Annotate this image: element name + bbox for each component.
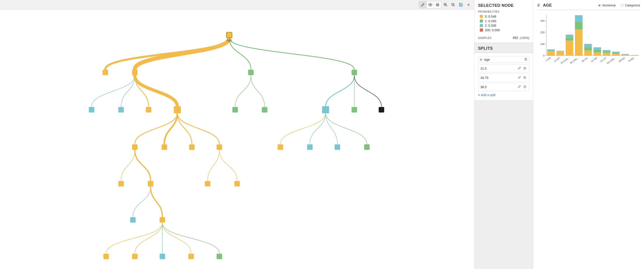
close-button[interactable] [465, 1, 472, 8]
tree-node[interactable] [232, 107, 238, 112]
bar-segment [547, 51, 555, 56]
bar-segment [631, 55, 638, 55]
tree-node[interactable] [217, 144, 222, 150]
svg-line-5 [446, 5, 447, 6]
tree-node[interactable] [188, 254, 194, 259]
tree-node[interactable] [278, 144, 283, 150]
tree-edge [354, 76, 382, 106]
tree-node[interactable] [148, 181, 153, 186]
tree-node[interactable] [118, 181, 124, 186]
add-split-button[interactable]: + Add a split [478, 93, 529, 97]
x-tick-label: 44.189 [590, 56, 598, 62]
tree-edge [229, 38, 354, 69]
tree-edge [177, 113, 192, 144]
radio-numerical[interactable]: Numerical [598, 4, 616, 7]
tree-node[interactable] [146, 107, 151, 112]
bar-segment [622, 54, 629, 54]
tree-edge [162, 223, 219, 253]
tree-node-label: Age [226, 38, 232, 42]
probability-row: 200: 0.006 [480, 28, 529, 32]
delete-split-button[interactable] [523, 85, 527, 89]
tree-node[interactable] [132, 70, 138, 75]
selected-node-title: SELECTED NODE [478, 3, 529, 8]
tree-node[interactable] [162, 144, 167, 150]
tree-node[interactable] [352, 107, 357, 112]
tree-edge [229, 38, 251, 69]
tree-node[interactable] [248, 70, 254, 75]
tree-node[interactable] [189, 144, 194, 150]
swatch-icon [480, 24, 483, 27]
tree-node[interactable] [130, 217, 136, 222]
edit-split-button[interactable] [518, 76, 522, 80]
zoom-out-button[interactable] [450, 1, 456, 8]
tree-node[interactable] [379, 107, 384, 112]
tree-canvas[interactable]: Age [0, 10, 474, 269]
split-value-row: 34.75 [478, 74, 529, 82]
bar-segment [556, 51, 564, 51]
probability-row: 3: 0.548 [480, 15, 529, 18]
radio-dot-icon [620, 4, 624, 7]
auto-mode-button[interactable] [434, 1, 441, 8]
x-tick-label: 36.231 [581, 56, 588, 62]
swatch-icon [480, 20, 483, 22]
bar-segment [622, 54, 629, 55]
tree-node[interactable] [234, 181, 240, 186]
tree-node[interactable] [132, 144, 138, 150]
probability-row: 2: 0.206 [480, 24, 529, 27]
tree-node[interactable] [217, 254, 222, 259]
tree-node[interactable] [307, 144, 312, 150]
tree-node[interactable] [132, 254, 138, 259]
split-feature-row: # Age [478, 56, 529, 63]
delete-split-button[interactable] [523, 66, 527, 70]
tree-node[interactable] [322, 106, 329, 113]
probability-text: 2: 0.206 [485, 24, 496, 27]
bar-segment [612, 53, 620, 54]
tree-node[interactable] [160, 254, 165, 259]
zoom-in-button[interactable] [442, 1, 449, 8]
tree-node[interactable] [335, 144, 340, 150]
toolbar [0, 0, 474, 10]
tree-node[interactable] [226, 32, 232, 38]
bar-segment [584, 47, 592, 50]
radio-categorical[interactable]: Categorical [620, 4, 640, 7]
probability-row: 1: 0.240 [480, 19, 529, 23]
tree-node[interactable] [352, 70, 357, 75]
edit-mode-button[interactable] [419, 1, 426, 8]
hash-icon: # [480, 58, 482, 62]
tree-node[interactable] [174, 106, 181, 113]
x-tick-label: 20.3149... [560, 57, 570, 65]
hash-icon: # [537, 3, 540, 8]
tree-node[interactable] [205, 181, 210, 186]
detail-filler [474, 100, 533, 269]
delete-feature-button[interactable] [524, 58, 527, 62]
view-mode-button[interactable] [426, 1, 434, 8]
tree-node[interactable] [103, 254, 109, 259]
split-feature-name: Age [484, 58, 490, 62]
tree-node[interactable] [262, 107, 267, 112]
bar-segment [566, 34, 574, 35]
bar-segment [594, 48, 601, 50]
split-value: 21.5 [480, 67, 516, 70]
tree-edge [121, 150, 135, 180]
probability-text: 3: 0.548 [485, 15, 496, 18]
y-tick-label: 200 [540, 31, 544, 34]
tree-node[interactable] [89, 107, 94, 112]
x-tick-label: 52.147 [600, 56, 607, 62]
delete-split-button[interactable] [523, 76, 527, 80]
tree-node[interactable] [103, 70, 108, 75]
tree-node[interactable] [118, 107, 124, 112]
bar-segment [622, 55, 629, 56]
edit-split-button[interactable] [518, 85, 522, 89]
bar-segment [603, 50, 610, 51]
tree-edge [310, 113, 326, 144]
chart-header: # AGE Numerical Categorical [537, 3, 640, 10]
svg-point-3 [437, 4, 438, 5]
tree-node[interactable] [364, 144, 370, 150]
save-button[interactable] [458, 1, 464, 8]
bar-segment [631, 55, 638, 56]
selected-node-section: SELECTED NODE PROBABILITIES 3: 0.5481: 0… [474, 0, 533, 43]
tree-node[interactable] [160, 217, 165, 222]
bar-segment [575, 15, 583, 16]
edit-split-button[interactable] [518, 66, 522, 70]
split-value: 38.5 [480, 85, 516, 89]
